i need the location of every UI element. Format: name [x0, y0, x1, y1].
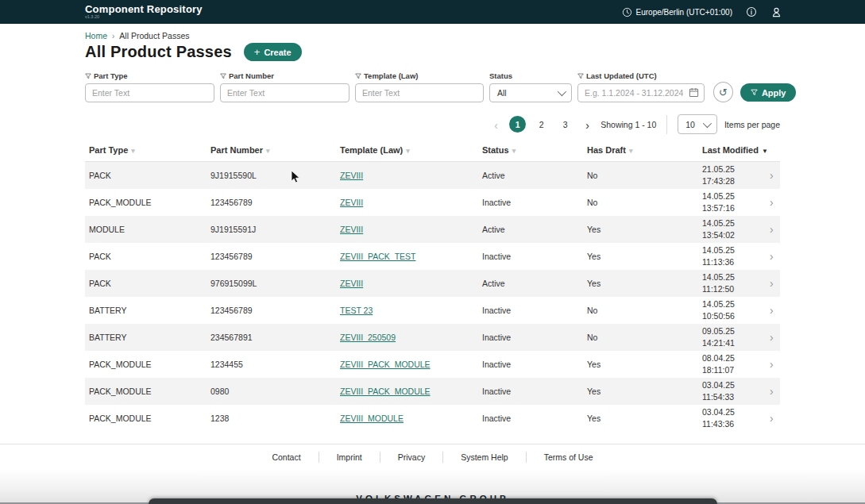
cell-date: 21.05.25 — [702, 164, 770, 175]
next-page-button[interactable] — [581, 118, 593, 131]
row-chevron-icon[interactable] — [770, 250, 782, 263]
table-row[interactable]: BATTERY 123456789 TEST 23 Inactive No 14… — [85, 297, 780, 324]
table-row[interactable]: PACK 976915099L ZEVIII Active Yes 14.05.… — [85, 270, 780, 297]
chevron-down-icon — [703, 118, 712, 127]
row-chevron-icon[interactable] — [770, 196, 782, 209]
page-size-select[interactable]: 10 — [678, 114, 717, 134]
template-link[interactable]: ZEVIII — [340, 171, 363, 180]
user-menu-button[interactable] — [770, 6, 782, 18]
table-row[interactable]: PACK_MODULE 0980 ZEVIII_PACK_MODULE Inac… — [85, 378, 780, 405]
template-link[interactable]: ZEVIII — [340, 225, 363, 234]
date-range-input[interactable] — [577, 83, 705, 102]
column-header-template[interactable]: Template (Law) — [340, 145, 482, 155]
breadcrumb-home-link[interactable]: Home — [85, 31, 107, 40]
table-row[interactable]: BATTERY 234567891 ZEVIII_250509 Inactive… — [85, 324, 780, 351]
cell-part-type: PACK — [89, 279, 210, 288]
app-brand: Component Repository v1.3.20 — [85, 4, 203, 20]
product-passes-table: Part Type Part Number Template (Law) Sta… — [85, 141, 780, 432]
create-button-label: Create — [264, 48, 291, 57]
cell-part-number: 234567891 — [210, 333, 340, 342]
footer-link-imprint[interactable]: Imprint — [319, 452, 380, 463]
pagination-divider — [666, 115, 667, 134]
row-chevron-icon[interactable] — [770, 358, 782, 371]
row-chevron-icon[interactable] — [770, 331, 782, 344]
page-title: All Product Passes — [85, 43, 232, 61]
table-row[interactable]: PACK 123456789 ZEVIII_PACK_TEST Inactive… — [85, 243, 780, 270]
filter-part-type: Part Type — [85, 71, 214, 102]
apply-button[interactable]: Apply — [740, 83, 797, 102]
template-link[interactable]: ZEVIII_PACK_MODULE — [340, 360, 431, 369]
create-button[interactable]: Create — [244, 43, 302, 61]
items-per-page-label: Items per page — [724, 120, 780, 129]
part-number-input[interactable] — [220, 83, 349, 102]
status-select[interactable]: All — [489, 83, 572, 102]
info-icon — [746, 6, 757, 17]
row-chevron-icon[interactable] — [770, 223, 782, 236]
template-link[interactable]: ZEVIII — [340, 198, 363, 207]
row-chevron-icon[interactable] — [770, 169, 782, 182]
footer-link-system-help[interactable]: System Help — [443, 452, 527, 463]
calendar-icon[interactable] — [689, 87, 699, 98]
cell-time: 11:54:33 — [702, 391, 770, 403]
cell-last-modified: 09.05.25 14:21:41 — [702, 325, 770, 349]
table-row[interactable]: PACK_MODULE 123456789 ZEVIII Inactive No… — [85, 189, 780, 216]
page-button-2[interactable]: 2 — [533, 116, 550, 133]
cell-date: 14.05.25 — [702, 217, 770, 229]
footer-link-privacy[interactable]: Privacy — [380, 452, 443, 463]
cell-date: 14.05.25 — [702, 190, 770, 202]
footer-link-contact[interactable]: Contact — [254, 452, 319, 463]
footer-links: Contact Imprint Privacy System Help Term… — [0, 444, 865, 469]
part-type-input[interactable] — [85, 83, 214, 102]
cell-has-draft: Yes — [587, 225, 702, 234]
apply-button-label: Apply — [762, 88, 786, 98]
column-header-has-draft[interactable]: Has Draft — [587, 145, 702, 155]
template-link[interactable]: ZEVIII_250509 — [340, 333, 396, 342]
template-label: Template (Law) — [355, 71, 484, 80]
column-header-status[interactable]: Status — [482, 145, 587, 155]
column-header-part-number[interactable]: Part Number — [210, 145, 340, 155]
page: Component Repository v1.3.20 Europe/Berl… — [0, 0, 865, 504]
template-link[interactable]: ZEVIII_PACK_MODULE — [340, 387, 431, 396]
table-row[interactable]: PACK_MODULE 1234455 ZEVIII_PACK_MODULE I… — [85, 351, 780, 378]
table-row[interactable]: MODULE 9J1915591J ZEVIII Active Yes 14.0… — [85, 216, 780, 243]
reset-filters-button[interactable] — [713, 82, 733, 102]
template-link[interactable]: ZEVIII_PACK_TEST — [340, 252, 416, 261]
previous-page-button[interactable] — [489, 118, 502, 131]
row-chevron-icon[interactable] — [770, 277, 782, 290]
footer: Contact Imprint Privacy System Help Term… — [0, 444, 865, 504]
footer-link-terms[interactable]: Terms of Use — [527, 452, 611, 463]
page-button-1[interactable]: 1 — [509, 116, 526, 133]
info-button[interactable] — [746, 6, 757, 17]
breadcrumb-current: All Product Passes — [119, 31, 189, 40]
cell-has-draft: Yes — [587, 279, 702, 288]
cell-date: 14.05.25 — [702, 244, 770, 256]
template-link[interactable]: TEST 23 — [340, 306, 373, 315]
table-body: PACK 9J1915590L ZEVIII Active No 21.05.2… — [85, 162, 780, 432]
cell-part-number: 123456789 — [210, 198, 340, 207]
page-button-3[interactable]: 3 — [557, 116, 573, 133]
main-content: Home All Product Passes All Product Pass… — [85, 24, 780, 432]
cell-status: Inactive — [482, 387, 587, 396]
column-header-part-type[interactable]: Part Type — [89, 145, 210, 155]
cell-status: Inactive — [482, 198, 587, 207]
row-chevron-icon[interactable] — [770, 412, 782, 425]
template-input[interactable] — [355, 83, 484, 102]
cell-has-draft: Yes — [587, 252, 702, 261]
cell-time: 13:54:02 — [702, 229, 770, 241]
table-row[interactable]: PACK_MODULE 1238 ZEVIII_MODULE Inactive … — [85, 405, 780, 432]
timezone-display[interactable]: Europe/Berlin (UTC+01:00) — [622, 7, 732, 17]
template-link[interactable]: ZEVIII — [340, 279, 363, 288]
funnel-icon — [355, 73, 361, 79]
template-link[interactable]: ZEVIII_MODULE — [340, 414, 404, 423]
column-header-last-modified[interactable]: Last Modified — [702, 145, 770, 155]
cell-has-draft: Yes — [587, 387, 702, 396]
cell-date: 14.05.25 — [702, 271, 770, 283]
top-bar: Component Repository v1.3.20 Europe/Berl… — [0, 0, 865, 24]
table-row[interactable]: PACK 9J1915590L ZEVIII Active No 21.05.2… — [85, 162, 780, 189]
cell-date: 09.05.25 — [702, 325, 770, 337]
cell-status: Inactive — [482, 414, 587, 423]
cell-part-number: 9J1915591J — [210, 225, 340, 234]
row-chevron-icon[interactable] — [770, 304, 782, 317]
breadcrumb: Home All Product Passes — [85, 31, 780, 40]
row-chevron-icon[interactable] — [770, 385, 782, 398]
